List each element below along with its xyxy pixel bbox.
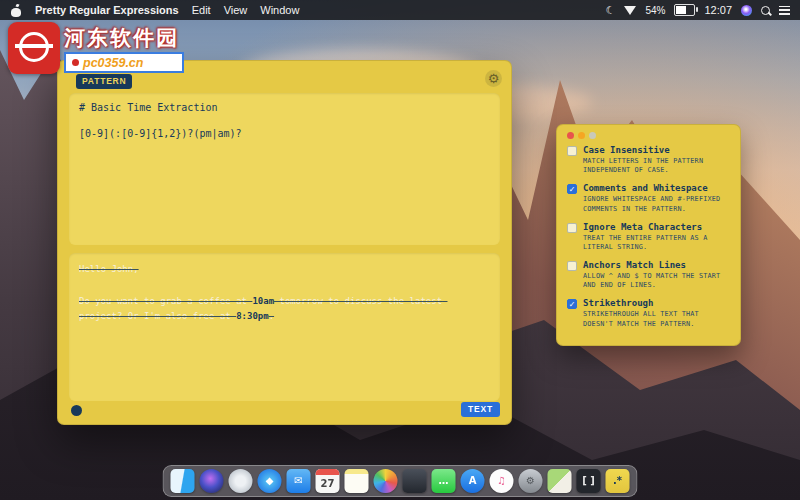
- close-button[interactable]: [567, 132, 574, 139]
- options-list: Case InsensitiveMATCH LETTERS IN THE PAT…: [567, 145, 730, 329]
- calendar-glyph: 27: [321, 479, 335, 489]
- struck-text: Hello John,: [79, 264, 139, 274]
- watermark-logo-icon: [8, 22, 60, 74]
- brackets-app-glyph: [ ]: [582, 476, 595, 486]
- system-preferences-glyph: ⚙: [526, 476, 535, 486]
- minimize-button[interactable]: [578, 132, 585, 139]
- dock-calendar-icon[interactable]: 27: [316, 469, 340, 493]
- struck-text: .: [269, 311, 274, 321]
- mail-glyph: ✉: [294, 476, 302, 486]
- battery-icon[interactable]: [674, 4, 695, 16]
- dock-siri-icon[interactable]: [200, 469, 224, 493]
- dock-system-preferences-icon[interactable]: ⚙: [519, 469, 543, 493]
- menu-bar: Pretty Regular Expressions EditViewWindo…: [0, 0, 800, 20]
- option-comments-and-whitespace: ✓Comments and WhitespaceIGNORE WHITESPAC…: [567, 183, 730, 213]
- panel-window-controls: [567, 132, 730, 139]
- checkbox-anchors-match-lines[interactable]: [567, 261, 577, 271]
- notification-center-icon[interactable]: [779, 6, 790, 15]
- wifi-icon[interactable]: [624, 6, 636, 15]
- struck-text: Do you want to grab a coffee at: [79, 296, 252, 306]
- watermark-text-block: 河东软件园 pc0359.cn: [64, 22, 184, 74]
- option-body: Anchors Match LinesALLOW ^ AND $ TO MATC…: [583, 260, 730, 290]
- menu-clock[interactable]: 12:07: [704, 4, 732, 16]
- pattern-regex: [0-9](:[0-9]{1,2})?(pm|am)?: [79, 128, 490, 139]
- itunes-glyph: ♫: [497, 476, 506, 486]
- battery-percent: 54%: [645, 5, 665, 16]
- menu-window[interactable]: Window: [260, 4, 299, 16]
- option-label: Ignore Meta Characters: [583, 222, 730, 232]
- dock-photo-booth-icon[interactable]: [403, 469, 427, 493]
- dock-notes-icon[interactable]: [345, 469, 369, 493]
- option-description: IGNORE WHITESPACE AND #-PREFIXED COMMENT…: [583, 195, 730, 213]
- dock-messages-icon[interactable]: …: [432, 469, 456, 493]
- text-section-label: TEXT: [461, 402, 500, 417]
- option-description: MATCH LETTERS IN THE PATTERN INDEPENDENT…: [583, 157, 730, 175]
- do-not-disturb-icon[interactable]: ☾: [606, 5, 616, 16]
- status-dot[interactable]: [71, 405, 82, 416]
- dock-photos-icon[interactable]: [374, 469, 398, 493]
- option-label: Strikethrough: [583, 298, 730, 308]
- watermark-url-text: pc0359.cn: [83, 56, 143, 70]
- pattern-editor[interactable]: # Basic Time Extraction [0-9](:[0-9]{1,2…: [69, 93, 500, 245]
- siri-icon[interactable]: [741, 5, 752, 16]
- option-body: Case InsensitiveMATCH LETTERS IN THE PAT…: [583, 145, 730, 175]
- text-content: Hello John, Do you want to grab a coffee…: [79, 262, 490, 325]
- option-case-insensitive: Case InsensitiveMATCH LETTERS IN THE PAT…: [567, 145, 730, 175]
- pattern-window: PATTERN ⚙ # Basic Time Extraction [0-9](…: [57, 60, 512, 425]
- apple-menu-icon[interactable]: [10, 4, 22, 17]
- option-strikethrough: ✓StrikethroughSTRIKETHROUGH ALL TEXT THA…: [567, 298, 730, 328]
- checkbox-strikethrough[interactable]: ✓: [567, 299, 577, 309]
- options-panel: Case InsensitiveMATCH LETTERS IN THE PAT…: [556, 124, 741, 346]
- dock-maps-icon[interactable]: [548, 469, 572, 493]
- pattern-section-label: PATTERN: [76, 74, 132, 89]
- pretty-regular-expressions-glyph: .*: [613, 476, 622, 486]
- dock: ◆✉27…A♫⚙[ ].*: [163, 465, 638, 497]
- desktop: Pretty Regular Expressions EditViewWindo…: [0, 0, 800, 500]
- dock-app-store-icon[interactable]: A: [461, 469, 485, 493]
- app-store-glyph: A: [469, 476, 477, 486]
- dock-itunes-icon[interactable]: ♫: [490, 469, 514, 493]
- spotlight-icon[interactable]: [761, 6, 770, 15]
- zoom-button[interactable]: [589, 132, 596, 139]
- text-editor[interactable]: Hello John, Do you want to grab a coffee…: [69, 253, 500, 401]
- checkbox-comments-and-whitespace[interactable]: ✓: [567, 184, 577, 194]
- menu-status-area: ☾ 54% 12:07: [606, 4, 790, 16]
- menu-edit[interactable]: Edit: [192, 4, 211, 16]
- option-body: Comments and WhitespaceIGNORE WHITESPACE…: [583, 183, 730, 213]
- watermark: 河东软件园 pc0359.cn: [8, 22, 184, 74]
- settings-gear-button[interactable]: ⚙: [485, 70, 502, 87]
- battery-fill: [676, 6, 685, 14]
- watermark-emblem-icon: [19, 32, 49, 62]
- option-description: STRIKETHROUGH ALL TEXT THAT DOESN'T MATC…: [583, 310, 730, 328]
- calendar-header: [316, 469, 340, 475]
- dock-finder-icon[interactable]: [171, 469, 195, 493]
- pattern-comment: # Basic Time Extraction: [79, 102, 490, 113]
- option-label: Comments and Whitespace: [583, 183, 730, 193]
- dock-launchpad-icon[interactable]: [229, 469, 253, 493]
- option-body: StrikethroughSTRIKETHROUGH ALL TEXT THAT…: [583, 298, 730, 328]
- watermark-bullet-icon: [72, 59, 79, 66]
- watermark-site-url: pc0359.cn: [64, 52, 184, 73]
- dock-brackets-app-icon[interactable]: [ ]: [577, 469, 601, 493]
- option-label: Anchors Match Lines: [583, 260, 730, 270]
- messages-glyph: …: [439, 476, 449, 486]
- dock-mail-icon[interactable]: ✉: [287, 469, 311, 493]
- option-anchors-match-lines: Anchors Match LinesALLOW ^ AND $ TO MATC…: [567, 260, 730, 290]
- dock-safari-icon[interactable]: ◆: [258, 469, 282, 493]
- option-description: TREAT THE ENTIRE PATTERN AS A LITERAL ST…: [583, 234, 730, 252]
- option-description: ALLOW ^ AND $ TO MATCH THE START AND END…: [583, 272, 730, 290]
- matched-text: 10am: [252, 296, 274, 306]
- menu-items: EditViewWindow: [192, 4, 300, 16]
- option-label: Case Insensitive: [583, 145, 730, 155]
- dock-pretty-regular-expressions-icon[interactable]: .*: [606, 469, 630, 493]
- matched-text: 8:30pm: [236, 311, 269, 321]
- menu-view[interactable]: View: [224, 4, 248, 16]
- checkbox-ignore-meta-characters[interactable]: [567, 223, 577, 233]
- app-menu-title[interactable]: Pretty Regular Expressions: [35, 4, 179, 16]
- watermark-site-name: 河东软件园: [64, 26, 184, 49]
- option-ignore-meta-characters: Ignore Meta CharactersTREAT THE ENTIRE P…: [567, 222, 730, 252]
- checkbox-case-insensitive[interactable]: [567, 146, 577, 156]
- option-body: Ignore Meta CharactersTREAT THE ENTIRE P…: [583, 222, 730, 252]
- safari-glyph: ◆: [266, 476, 274, 486]
